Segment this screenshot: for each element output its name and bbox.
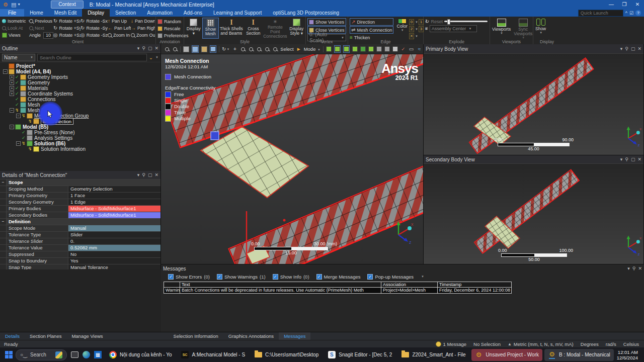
message-row[interactable]: WarningBatch Connections will be depreca…	[164, 288, 511, 293]
filter-show-errors[interactable]: ✓Show Errors(0)	[168, 274, 210, 280]
collapse-icon[interactable]: −	[3, 69, 8, 74]
taskbar-item-b-modal-mechanical[interactable]: ⚙B : Modal - Mechanical	[544, 349, 614, 361]
pane-menu-icon[interactable]: ▾	[137, 46, 140, 51]
checkbox-checked-icon[interactable]: ✓	[168, 274, 174, 280]
wireframe-toggle-icon[interactable]	[392, 46, 398, 52]
tab-automation[interactable]: Automation	[141, 9, 178, 17]
pan-right-button[interactable]: →Pan Right	[131, 25, 155, 32]
zoom-in-icon[interactable]	[248, 46, 254, 52]
expand-icon[interactable]: +	[10, 75, 14, 79]
bottom-tab-manage-views[interactable]: Manage Views	[66, 332, 108, 340]
show-button[interactable]: Show ▼	[535, 19, 546, 34]
angle-input[interactable]: 10	[43, 32, 53, 39]
edge-browser-button[interactable]	[82, 349, 91, 360]
pane-menu-icon[interactable]: ▾	[620, 46, 623, 51]
tab-display[interactable]: Display	[82, 9, 110, 17]
outline-filter-dropdown[interactable]: Name▼	[2, 54, 35, 61]
taskbar-item-unsaved-project-work[interactable]: ⚙Unsaved Project - Work	[471, 349, 542, 361]
search-options-icon[interactable]: ▼	[155, 56, 158, 59]
show-mesh-button[interactable]: Show Mesh	[202, 18, 219, 39]
display-button[interactable]: Display ▾	[185, 18, 202, 39]
geometry-viewport[interactable]: Mesh Connection 12/6/2024 12:01 AM Mesh …	[161, 54, 423, 264]
save-icon[interactable]: ▤	[11, 0, 16, 9]
taskbar-item-n-i-dung-c-a-k-nh-yo[interactable]: Nội dung của kênh - Yo	[105, 349, 175, 361]
isometric-button[interactable]: Isometric▼	[2, 18, 29, 25]
select-node-icon[interactable]	[360, 46, 366, 52]
select-mode-box-icon[interactable]	[384, 46, 390, 52]
zoom-prev-icon[interactable]	[264, 46, 270, 52]
pan-down-button[interactable]: ↓Pan Down	[131, 18, 155, 25]
zoom-fit-icon[interactable]	[240, 46, 246, 52]
taskbar-item-z2024-smart-ant-file[interactable]: Z2024_Smart_Ant - File	[397, 349, 469, 361]
mode-dropdown[interactable]: Mode ▼	[304, 46, 320, 52]
tree-item-connection[interactable]: ↯Connection	[0, 119, 160, 124]
close-pane-icon[interactable]: ✕	[154, 46, 158, 51]
taskbar-item-snagit-editor-dec-5-2[interactable]: SSnagit Editor - [Dec 5, 2	[324, 349, 395, 361]
checkbox-checked-icon[interactable]: ✓	[273, 274, 278, 280]
taskbar-search[interactable]: ○‿ Search	[16, 349, 67, 360]
property-value[interactable]: Manual	[68, 225, 160, 231]
comment-icon[interactable]: ▭	[409, 46, 414, 52]
view-shaded-exterior-icon[interactable]	[183, 46, 189, 52]
context-tab[interactable]: Context	[51, 1, 83, 9]
annotation-icon[interactable]: ✓	[400, 46, 406, 52]
tab-mesh-edit[interactable]: Mesh Edit	[49, 9, 82, 17]
select-edge-icon[interactable]	[334, 45, 341, 53]
tree-item-analysis-settings[interactable]: ✓Analysis Settings	[0, 135, 160, 141]
primary-view-canvas[interactable]: 0.00 90.00 45.00 X Z	[424, 54, 643, 155]
copy-image-icon[interactable]	[210, 45, 216, 53]
rotate-sy-button[interactable]: ↻Rotate +Sy	[53, 25, 80, 32]
extend-selection-icon[interactable]	[376, 46, 382, 52]
minimize-button[interactable]: —	[605, 0, 618, 9]
tree-item-project[interactable]: Project*	[0, 63, 160, 69]
select-element-icon[interactable]	[368, 46, 374, 52]
select-face-icon[interactable]	[343, 45, 350, 53]
tab-add-ons[interactable]: Add-ons	[178, 9, 208, 17]
float-icon[interactable]: ▢	[631, 157, 635, 162]
filter-show-info[interactable]: ✓Show Info(0)	[273, 274, 309, 280]
restore-button[interactable]: ❐	[618, 0, 631, 9]
triad-icon[interactable]: X Z	[621, 123, 643, 147]
pin-icon[interactable]: ⚲	[632, 266, 636, 271]
expand-icon[interactable]: +	[10, 80, 14, 85]
collapse-icon[interactable]: −	[0, 179, 7, 186]
pan-icon[interactable]: +	[232, 46, 237, 52]
ribbon-options-icon[interactable]: ☑	[629, 11, 633, 16]
task-view-button[interactable]	[70, 349, 78, 360]
explode-reset-button[interactable]: ↻Reset	[425, 18, 488, 25]
explode-slider[interactable]	[444, 21, 488, 22]
collapse-icon[interactable]: −	[16, 114, 21, 118]
collapse-ribbon-icon[interactable]: ^	[625, 11, 627, 16]
tree-item-mesh-connection-group[interactable]: −↯Mesh Connection Group	[0, 113, 160, 119]
collapse-icon[interactable]: −	[0, 219, 7, 225]
pane-menu-icon[interactable]: ▾	[620, 157, 623, 162]
store-app-button[interactable]: ▦	[94, 349, 102, 360]
checkbox-checked-icon[interactable]: ✓	[316, 274, 322, 280]
close-pane-icon[interactable]: ✕	[637, 157, 641, 162]
select-body-icon[interactable]	[352, 46, 358, 52]
taskbar-item-a-mechanical-model-s[interactable]: SCA:Mechanical Model - S	[178, 349, 249, 361]
tree-item-solution-information[interactable]: ↯Solution Information	[0, 146, 160, 152]
close-pane-icon[interactable]: ✕	[638, 266, 642, 271]
bottom-tab-details[interactable]: Details	[0, 332, 25, 340]
expand-options-icon[interactable]: ⌄	[149, 55, 153, 60]
bottom-tab-messages[interactable]: Messages	[279, 332, 310, 340]
section-definition[interactable]: −Definition	[0, 219, 160, 225]
edge-color-0-button[interactable]: 0▼	[409, 19, 418, 25]
zoom-box-out-icon[interactable]	[164, 46, 170, 52]
cross-section-button[interactable]: ICross Section	[244, 18, 263, 39]
mesh-connection-handle[interactable]	[211, 132, 219, 140]
chart-icon[interactable]: ≈	[417, 46, 422, 52]
select-vertex-icon[interactable]	[326, 46, 332, 52]
rotate-sz-button[interactable]: ◎Rotate -Sz	[80, 32, 108, 39]
bottom-tab-selection-information[interactable]: Selection Information	[169, 332, 223, 340]
filter-pop-up-messages[interactable]: ✓Pop-up Messages	[367, 274, 414, 280]
zoom-out-button[interactable]: Zoom Out	[131, 32, 155, 39]
collapse-icon[interactable]: −	[10, 108, 14, 113]
views-button[interactable]: Views	[2, 32, 29, 39]
tree-item-geometry[interactable]: +✓Geometry	[0, 80, 160, 85]
collapse-icon[interactable]: −	[10, 125, 14, 129]
property-value[interactable]: No	[68, 251, 160, 257]
taskbar-item-c-users-smart-desktop[interactable]: C:\Users\smart\Desktop	[251, 349, 322, 361]
direction-button[interactable]: ↗Direction	[350, 18, 393, 26]
